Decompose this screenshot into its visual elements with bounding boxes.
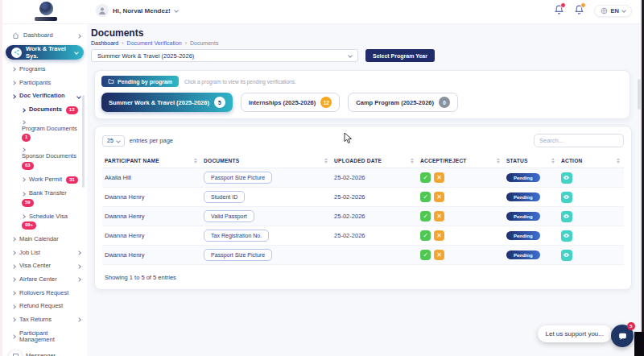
accept-button[interactable] bbox=[420, 211, 431, 221]
program-year-select[interactable]: Summer Work & Travel (2025-2026) bbox=[91, 49, 358, 62]
sort-icon[interactable] bbox=[497, 158, 500, 164]
document-button[interactable]: Student ID bbox=[204, 191, 245, 203]
breadcrumb-doc-verification[interactable]: Document Verification bbox=[127, 40, 182, 46]
document-button[interactable]: Passport Size Picture bbox=[204, 172, 272, 184]
greeting-text: Hi, Norval Mendez! bbox=[113, 7, 171, 14]
tab-internships[interactable]: Internships (2025-2026) 12 bbox=[241, 93, 340, 112]
participant-name: Dwanna Henry bbox=[102, 226, 201, 246]
accept-button[interactable] bbox=[420, 250, 431, 260]
eye-icon bbox=[563, 232, 570, 239]
sidebar-item-tax-returns[interactable]: Tax Returns bbox=[2, 313, 87, 327]
sidebar-item-participant-management[interactable]: Participant Management bbox=[2, 327, 87, 347]
tab-camp-program[interactable]: Camp Program (2025-2026) 0 bbox=[348, 93, 458, 112]
breadcrumb-dashboard[interactable]: Dashboard bbox=[91, 40, 118, 46]
sort-icon[interactable] bbox=[411, 158, 414, 164]
chevron-down-icon bbox=[76, 94, 81, 99]
sort-icon[interactable] bbox=[551, 158, 555, 164]
count-badge: 99+ bbox=[22, 221, 36, 230]
chevron-right-icon bbox=[11, 317, 16, 322]
eye-icon bbox=[563, 193, 570, 201]
sort-icon[interactable] bbox=[194, 158, 197, 164]
uploaded-date: 25-02-2026 bbox=[332, 226, 418, 246]
reject-button[interactable] bbox=[434, 230, 444, 241]
sidebar-item-bank-transfer[interactable]: Bank Transfer 59 bbox=[2, 187, 87, 209]
page-title: Documents bbox=[91, 27, 633, 39]
select-program-year-button[interactable]: Select Program Year bbox=[365, 49, 435, 62]
sidebar-item-job-list[interactable]: Job List bbox=[2, 246, 87, 260]
sort-icon[interactable] bbox=[324, 158, 328, 164]
reject-button[interactable] bbox=[434, 192, 444, 202]
chevron-right-icon bbox=[21, 108, 26, 113]
sidebar-item-main-calendar[interactable]: Main Calendar bbox=[2, 233, 87, 246]
count-badge: 59 bbox=[22, 199, 34, 207]
breadcrumb-separator: › bbox=[185, 40, 187, 46]
sidebar-item-program-documents[interactable]: Program Documents 1 bbox=[2, 118, 87, 145]
sidebar-scrollbar[interactable] bbox=[82, 95, 85, 188]
view-button[interactable] bbox=[561, 250, 572, 261]
language-selector[interactable]: EN bbox=[594, 5, 632, 17]
alerts-button[interactable] bbox=[574, 4, 585, 17]
user-menu[interactable]: Hi, Norval Mendez! bbox=[96, 4, 178, 17]
sidebar-item-doc-verification[interactable]: Doc Verification bbox=[2, 89, 87, 103]
sidebar-item-refund-request[interactable]: Refund Request bbox=[2, 300, 87, 313]
sidebar-item-sponsor-documents[interactable]: Sponsor Documents 63 bbox=[2, 145, 87, 172]
sidebar-item-rollovers-request[interactable]: Rollovers Request bbox=[2, 287, 87, 300]
chevron-right-icon bbox=[76, 264, 81, 269]
support-chat-button[interactable]: 5 bbox=[611, 325, 634, 347]
reject-button[interactable] bbox=[434, 172, 444, 183]
document-button[interactable]: Tax Registration No. bbox=[204, 230, 269, 242]
chevron-down-icon bbox=[348, 53, 353, 58]
chevron-right-icon bbox=[11, 334, 16, 339]
uploaded-date: 25-02-2026 bbox=[332, 168, 418, 188]
accept-button[interactable] bbox=[420, 230, 431, 241]
reject-button[interactable] bbox=[434, 211, 444, 221]
sidebar-item-participants[interactable]: Participants bbox=[2, 77, 87, 90]
count-badge: 13 bbox=[66, 106, 78, 114]
search-input[interactable] bbox=[534, 134, 624, 147]
page-size-select[interactable]: 25 bbox=[102, 135, 125, 147]
reject-button[interactable] bbox=[434, 250, 444, 260]
notifications-button[interactable] bbox=[554, 4, 565, 17]
chevron-right-icon bbox=[76, 278, 81, 283]
sidebar-item-documents[interactable]: Documents 13 bbox=[2, 103, 87, 118]
page-scrollbar[interactable] bbox=[638, 79, 641, 110]
count-badge: 31 bbox=[66, 176, 78, 184]
accept-button[interactable] bbox=[420, 172, 431, 183]
language-code: EN bbox=[611, 7, 619, 14]
col-uploaded-date: UPLOADED DATE bbox=[334, 158, 382, 164]
participant-name: Dwanna Henry bbox=[102, 246, 201, 265]
status-badge: Pending bbox=[506, 173, 540, 182]
view-button[interactable] bbox=[561, 172, 572, 184]
folder-icon bbox=[108, 78, 114, 85]
status-badge: Pending bbox=[506, 192, 540, 201]
chevron-right-icon bbox=[11, 81, 16, 85]
top-bar: Hi, Norval Mendez! EN bbox=[2, 0, 640, 24]
sidebar-item-airfare-center[interactable]: Airfare Center bbox=[2, 273, 87, 287]
view-button[interactable] bbox=[561, 230, 572, 242]
sidebar-item-schedule-visa[interactable]: Schedule Visa 99+ bbox=[2, 210, 87, 233]
sidebar-item-programs[interactable]: Programs bbox=[2, 63, 87, 77]
chat-unread-badge: 5 bbox=[627, 322, 635, 330]
view-button[interactable] bbox=[561, 192, 572, 203]
sidebar-item-visa-center[interactable]: Visa Center bbox=[2, 259, 87, 273]
document-button[interactable]: Passport Size Picture bbox=[204, 249, 272, 261]
participant-name: Dwanna Henry bbox=[102, 188, 201, 207]
status-badge: Pending bbox=[506, 231, 540, 240]
count-badge: 63 bbox=[22, 162, 34, 170]
uploaded-date: 25-02-2026 bbox=[332, 188, 418, 207]
tab-summer-work-travel[interactable]: Summer Work & Travel (2025-2026) 5 bbox=[101, 93, 233, 112]
sidebar-item-messenger[interactable]: Messenger bbox=[2, 347, 87, 356]
status-badge: Pending bbox=[506, 250, 540, 259]
accept-button[interactable] bbox=[420, 192, 431, 202]
table-row: Dwanna Henry Passport Size Picture Pendi… bbox=[102, 246, 624, 265]
sidebar-item-work-permit[interactable]: Work Permit 31 bbox=[2, 173, 87, 188]
support-chat-prompt[interactable]: Let us support you... bbox=[538, 325, 613, 342]
pending-by-program-pill[interactable]: Pending by program bbox=[101, 76, 179, 87]
alert-badge bbox=[580, 2, 586, 8]
chevron-right-icon bbox=[21, 120, 26, 125]
sidebar-item-dashboard[interactable]: Dashboard bbox=[2, 29, 87, 43]
sort-icon[interactable] bbox=[617, 158, 620, 164]
sidebar-item-work-travel-sys[interactable]: Work & Travel Sys. bbox=[6, 45, 84, 60]
view-button[interactable] bbox=[561, 211, 572, 222]
document-button[interactable]: Valid Passport bbox=[204, 210, 254, 222]
